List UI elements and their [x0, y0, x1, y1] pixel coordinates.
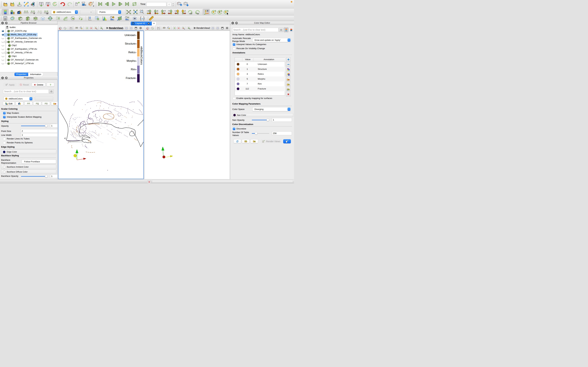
svg-text:+90: +90: [189, 13, 192, 15]
svg-text:-90: -90: [196, 13, 199, 15]
svg-text:-Z: -Z: [184, 10, 186, 12]
svg-text:t: t: [41, 12, 41, 14]
svg-text:-X: -X: [156, 10, 158, 12]
svg-text:+X: +X: [147, 10, 149, 12]
svg-text:{: {: [140, 16, 141, 21]
svg-text:t: t: [47, 103, 47, 105]
svg-text:+Z: +Z: [174, 10, 177, 12]
svg-text:c: c: [38, 103, 39, 105]
svg-text:e: e: [291, 29, 292, 31]
svg-text:+Y: +Y: [163, 10, 166, 12]
svg-text:c: c: [34, 12, 35, 14]
svg-text:-Y: -Y: [168, 10, 170, 12]
svg-text:}: }: [143, 16, 145, 21]
